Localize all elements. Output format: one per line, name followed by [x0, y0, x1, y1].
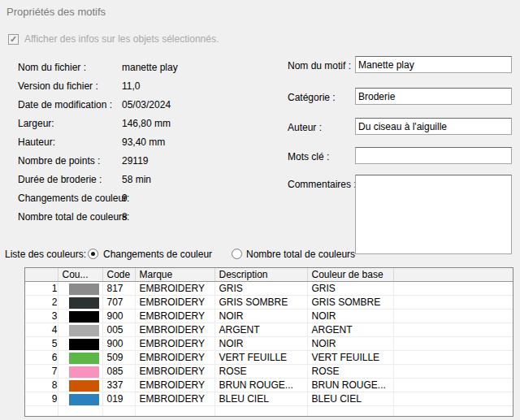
info-value: 146,80 mm: [120, 118, 171, 129]
file-info-row: Version du fichier :11,0: [18, 80, 178, 99]
checkbox-label: Afficher des infos sur les objets sélect…: [24, 33, 219, 45]
table-row[interactable]: 6509EMBROIDERYVERT FEUILLEVERT FEUILLE: [25, 351, 513, 365]
column-header[interactable]: Couleur de base: [307, 268, 393, 282]
description-cell: GRIS SOMBRE: [214, 296, 307, 310]
row-number: 1: [25, 282, 58, 296]
column-header[interactable]: Code: [102, 268, 135, 282]
info-label: Changements de couleur:: [18, 193, 120, 204]
design-name-label: Nom du motif :: [288, 60, 351, 71]
color-swatch: [69, 353, 99, 364]
category-input[interactable]: [355, 88, 512, 105]
design-name-input[interactable]: [355, 56, 512, 73]
info-value: 29119: [120, 155, 148, 167]
info-label: Date de modification :: [18, 99, 120, 110]
info-label: Hauteur:: [18, 136, 120, 148]
code-cell: 085: [102, 365, 135, 379]
color-swatch: [69, 297, 99, 309]
checkbox-checked-icon: ✓: [8, 34, 19, 45]
show-selected-info-checkbox: ✓ Afficher des infos sur les objets séle…: [8, 33, 219, 45]
column-header[interactable]: Cou...: [58, 268, 102, 282]
info-value: 8: [120, 211, 128, 223]
color-swatch: [69, 339, 99, 350]
info-label: Durée de broderie :: [18, 174, 120, 185]
color-cell: [58, 392, 102, 406]
color-cell: [58, 310, 102, 323]
table-row[interactable]: 3900EMBROIDERYNOIRNOIR: [25, 310, 513, 323]
color-swatch: [69, 366, 99, 378]
file-info-row: Date de modification :05/03/2024: [18, 99, 178, 118]
color-table: Cou...CodeMarqueDescriptionCouleur de ba…: [25, 268, 513, 417]
author-input[interactable]: [355, 118, 512, 135]
blank-cell: [393, 379, 513, 392]
category-label: Catégorie :: [288, 92, 336, 103]
row-number: 9: [25, 392, 58, 406]
file-info-row: Durée de broderie :58 min: [18, 174, 178, 193]
brand-cell: EMBROIDERY: [135, 296, 214, 310]
file-info-row: Hauteur:93,40 mm: [18, 136, 178, 155]
row-number: 3: [25, 310, 58, 323]
row-number: 6: [25, 351, 58, 365]
brand-cell: EMBROIDERY: [135, 351, 214, 365]
base-color-cell: VERT FEUILLE: [307, 351, 393, 365]
description-cell: ROSE: [214, 365, 307, 379]
table-row[interactable]: 9019EMBROIDERYBLEU CIELBLEU CIEL: [25, 392, 513, 406]
table-row[interactable]: 4005EMBROIDERYARGENTARGENT: [25, 323, 513, 337]
color-list-options: Liste des couleurs: Changements de coule…: [5, 248, 355, 260]
table-row[interactable]: 1817EMBROIDERYGRISGRIS: [25, 282, 513, 296]
blank-cell: [393, 351, 513, 365]
code-cell: 509: [102, 351, 135, 365]
column-header[interactable]: Description: [214, 268, 307, 282]
brand-cell: EMBROIDERY: [135, 323, 214, 337]
file-info-row: Changements de couleur:9: [18, 193, 178, 211]
row-number: 2: [25, 296, 58, 310]
code-cell: 707: [102, 296, 135, 310]
radio-color-changes-icon[interactable]: [88, 249, 98, 259]
description-cell: BLEU CIEL: [214, 392, 307, 406]
base-color-cell: GRIS: [307, 282, 393, 296]
info-label: Largeur:: [18, 118, 120, 129]
color-cell: [58, 323, 102, 337]
column-header[interactable]: Marque: [135, 268, 214, 282]
blank-cell: [393, 282, 513, 296]
color-table-container: Cou...CodeMarqueDescriptionCouleur de ba…: [24, 267, 514, 417]
color-swatch: [69, 394, 99, 405]
column-header[interactable]: [25, 268, 58, 282]
radio-total-colors-label[interactable]: Nombre total de couleurs: [246, 249, 355, 260]
description-cell: VERT FEUILLE: [214, 351, 307, 365]
brand-cell: EMBROIDERY: [135, 337, 214, 351]
table-row[interactable]: 7085EMBROIDERYROSEROSE: [25, 365, 513, 379]
table-row[interactable]: 8337EMBROIDERYBRUN ROUGE...BRUN ROUGE...: [25, 379, 513, 392]
info-value: 11,0: [120, 80, 140, 92]
empty-cell: [307, 406, 393, 418]
empty-cell: [214, 406, 307, 418]
brand-cell: EMBROIDERY: [135, 282, 214, 296]
file-info-row: Largeur:146,80 mm: [18, 118, 178, 136]
row-number: 5: [25, 337, 58, 351]
blank-cell: [393, 310, 513, 323]
description-cell: GRIS: [214, 282, 307, 296]
table-row[interactable]: 2707EMBROIDERYGRIS SOMBREGRIS SOMBRE: [25, 296, 513, 310]
blank-cell: [393, 296, 513, 310]
base-color-cell: NOIR: [307, 337, 393, 351]
column-header[interactable]: [393, 268, 513, 282]
code-cell: 900: [102, 337, 135, 351]
code-cell: 900: [102, 310, 135, 323]
info-value: manette play: [120, 62, 178, 73]
base-color-cell: BRUN ROUGE...: [307, 379, 393, 392]
description-cell: ARGENT: [214, 323, 307, 337]
file-info-row: Nombre total de couleurs:8: [18, 211, 178, 230]
code-cell: 019: [102, 392, 135, 406]
page-title: Propriétés des motifs: [6, 6, 106, 18]
file-info-row: Nombre de points :29119: [18, 155, 178, 174]
color-cell: [58, 365, 102, 379]
check-icon: ✓: [10, 35, 17, 44]
empty-cell: [135, 406, 214, 418]
radio-total-colors-icon[interactable]: [232, 249, 242, 259]
radio-color-changes-label[interactable]: Changements de couleur: [103, 249, 230, 260]
color-cell: [58, 337, 102, 351]
description-cell: NOIR: [214, 337, 307, 351]
table-row[interactable]: 5900EMBROIDERYNOIRNOIR: [25, 337, 513, 351]
blank-cell: [393, 323, 513, 337]
keywords-input[interactable]: [355, 147, 512, 164]
comments-textarea[interactable]: [355, 175, 512, 254]
